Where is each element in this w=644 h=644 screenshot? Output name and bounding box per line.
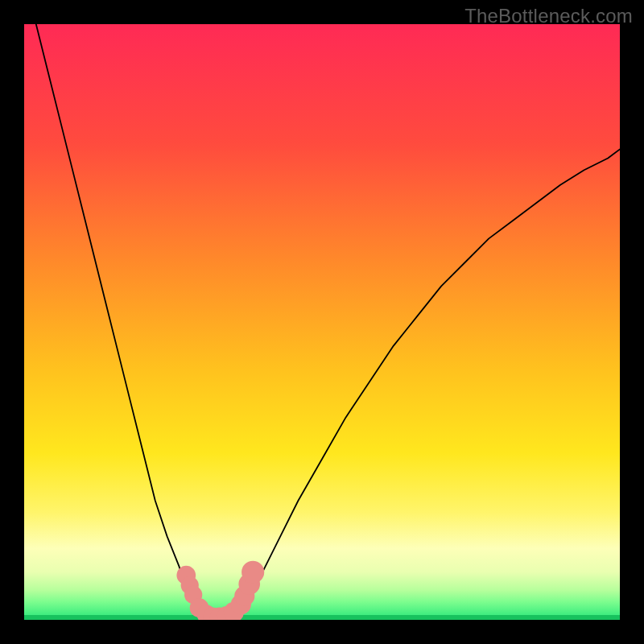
chart-frame: TheBottleneck.com <box>0 0 644 644</box>
chart-svg <box>24 24 620 620</box>
gradient-bg <box>24 24 620 620</box>
marker-dot <box>242 561 264 584</box>
plot-area <box>24 24 620 620</box>
bottom-strip <box>24 615 620 620</box>
